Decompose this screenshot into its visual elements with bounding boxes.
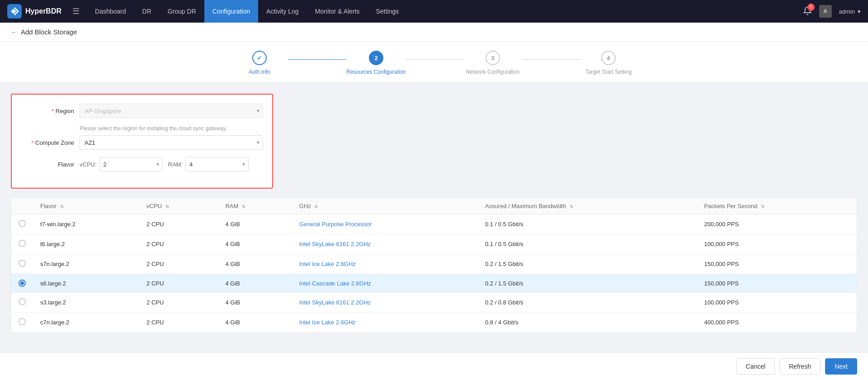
row-flavor: s6.large.2 xyxy=(33,274,139,293)
nav-item-activity-log[interactable]: Activity Log xyxy=(258,0,307,23)
row-ghz: General Purpose Processor xyxy=(292,214,478,234)
user-chevron: ▾ xyxy=(858,8,861,15)
top-navigation: HyperBDR ☰ Dashboard DR Group DR Configu… xyxy=(0,0,868,23)
page-title: Add Block Storage xyxy=(21,28,77,36)
refresh-button[interactable]: Refresh xyxy=(779,358,821,359)
row-ram: 4 GiB xyxy=(218,234,292,254)
bandwidth-sort-icon: ⇅ xyxy=(570,204,573,209)
region-row: Region AP-Singapore ▾ xyxy=(21,104,263,118)
compute-zone-control: AZ1 ▾ xyxy=(80,135,263,150)
row-pps: 100,000 PPS xyxy=(697,234,857,254)
row-pps: 100,000 PPS xyxy=(697,293,857,313)
step-4-circle: 4 xyxy=(601,51,616,65)
row-pps: 400,000 PPS xyxy=(697,313,857,332)
table-row[interactable]: s7n.large.2 2 CPU 4 GiB Intel Ice Lake 2… xyxy=(11,254,857,274)
row-bandwidth: 0.2 / 1.5 Gbit/s xyxy=(478,254,697,274)
table-row[interactable]: c7n.large.2 2 CPU 4 GiB Intel Ice Lake 2… xyxy=(11,313,857,332)
step-line-2 xyxy=(406,59,464,60)
ram-select-wrapper: 4 ▾ xyxy=(185,157,249,171)
col-select xyxy=(11,198,33,214)
notification-bell[interactable]: 0 xyxy=(803,6,812,17)
user-menu[interactable]: admin ▾ xyxy=(839,8,861,15)
table-row[interactable]: s3.large.2 2 CPU 4 GiB Intel SkyLake 616… xyxy=(11,293,857,313)
row-ghz: Intel SkyLake 6161 2.2GHz xyxy=(292,234,478,254)
step-auth-info: ✓ Auth Info xyxy=(231,51,288,75)
nav-item-group-dr[interactable]: Group DR xyxy=(160,0,204,23)
row-radio[interactable] xyxy=(19,260,26,267)
nav-item-monitor-alerts[interactable]: Monitor & Alerts xyxy=(307,0,368,23)
table-row[interactable]: t6.large.2 2 CPU 4 GiB Intel SkyLake 616… xyxy=(11,234,857,254)
col-pps[interactable]: Packets Per Second ⇅ xyxy=(697,198,857,214)
nav-menu: Dashboard DR Group DR Configuration Acti… xyxy=(87,0,803,23)
main-content: Region AP-Singapore ▾ Please select the … xyxy=(0,83,868,359)
col-flavor[interactable]: Flavor ⇅ xyxy=(33,198,139,214)
page-header: ← Add Block Storage xyxy=(0,23,868,42)
row-radio[interactable] xyxy=(19,240,26,247)
app-logo[interactable]: HyperBDR xyxy=(7,4,61,19)
row-pps: 150,000 PPS xyxy=(697,254,857,274)
compute-zone-select[interactable]: AZ1 xyxy=(80,135,263,150)
step-resources-config: 2 Resources Configuration xyxy=(346,51,406,75)
notification-count: 0 xyxy=(807,4,815,11)
col-bandwidth[interactable]: Assured / Maximum Bandwidth ⇅ xyxy=(478,198,697,214)
step-1-circle: ✓ xyxy=(252,51,267,65)
row-flavor: t6.large.2 xyxy=(33,234,139,254)
row-ram: 4 GiB xyxy=(218,254,292,274)
compute-zone-label: Compute Zone xyxy=(21,139,80,146)
step-4-label: Target Start Setting xyxy=(585,69,632,75)
row-ram: 4 GiB xyxy=(218,293,292,313)
col-vcpu[interactable]: vCPU ⇅ xyxy=(139,198,218,214)
vcpu-group: vCPU: 2 ▾ xyxy=(80,157,163,171)
row-vcpu: 2 CPU xyxy=(139,313,218,332)
cancel-button[interactable]: Cancel xyxy=(736,358,775,359)
ram-label: RAM: xyxy=(168,161,183,168)
row-flavor: s7n.large.2 xyxy=(33,254,139,274)
row-ram: 4 GiB xyxy=(218,214,292,234)
page-footer: Cancel Refresh Next xyxy=(0,352,868,359)
row-radio[interactable] xyxy=(19,318,26,325)
region-select[interactable]: AP-Singapore xyxy=(80,104,263,118)
row-ram: 4 GiB xyxy=(218,313,292,332)
nav-item-dashboard[interactable]: Dashboard xyxy=(87,0,134,23)
table-row[interactable]: t7-win.large.2 2 CPU 4 GiB General Purpo… xyxy=(11,214,857,234)
col-ram[interactable]: RAM ⇅ xyxy=(218,198,292,214)
ram-select[interactable]: 4 xyxy=(185,157,249,171)
row-flavor: c7n.large.2 xyxy=(33,313,139,332)
vcpu-select-wrapper: 2 ▾ xyxy=(99,157,163,171)
row-radio-cell xyxy=(11,214,33,234)
nav-item-dr[interactable]: DR xyxy=(134,0,160,23)
row-radio[interactable] xyxy=(19,298,26,305)
step-3-circle: 3 xyxy=(486,51,500,65)
row-radio[interactable] xyxy=(19,220,26,227)
nav-item-configuration[interactable]: Configuration xyxy=(204,0,258,23)
step-2-label: Resources Configuration xyxy=(346,69,406,75)
row-flavor: t7-win.large.2 xyxy=(33,214,139,234)
row-pps: 150,000 PPS xyxy=(697,274,857,293)
hamburger-icon[interactable]: ☰ xyxy=(72,6,80,16)
row-vcpu: 2 CPU xyxy=(139,293,218,313)
step-target-start: 4 Target Start Setting xyxy=(580,51,637,75)
row-pps: 200,000 PPS xyxy=(697,214,857,234)
username: admin xyxy=(839,8,855,15)
row-ghz: Intel SkyLake 6161 2.2GHz xyxy=(292,293,478,313)
avatar: A xyxy=(819,5,832,18)
flavor-label: Flavor xyxy=(21,161,80,168)
step-network-config: 3 Network Configuration xyxy=(464,51,522,75)
table-row[interactable]: s6.large.2 2 CPU 4 GiB Intel Cascade Lak… xyxy=(11,274,857,293)
row-flavor: s3.large.2 xyxy=(33,293,139,313)
back-button[interactable]: ← xyxy=(11,28,17,36)
row-radio-cell xyxy=(11,313,33,332)
vcpu-label: vCPU: xyxy=(80,161,97,168)
row-vcpu: 2 CPU xyxy=(139,254,218,274)
next-button[interactable]: Next xyxy=(825,358,857,359)
col-ghz[interactable]: GHz ⇅ xyxy=(292,198,478,214)
vcpu-select[interactable]: 2 xyxy=(99,157,163,171)
row-bandwidth: 0.2 / 0.8 Gbit/s xyxy=(478,293,697,313)
nav-item-settings[interactable]: Settings xyxy=(368,0,407,23)
region-control: AP-Singapore ▾ xyxy=(80,104,263,118)
row-radio[interactable] xyxy=(19,280,26,287)
pps-sort-icon: ⇅ xyxy=(761,204,764,209)
row-bandwidth: 0.1 / 0.5 Gbit/s xyxy=(478,214,697,234)
region-label: Region xyxy=(21,108,80,114)
ghz-sort-icon: ⇅ xyxy=(314,204,318,209)
